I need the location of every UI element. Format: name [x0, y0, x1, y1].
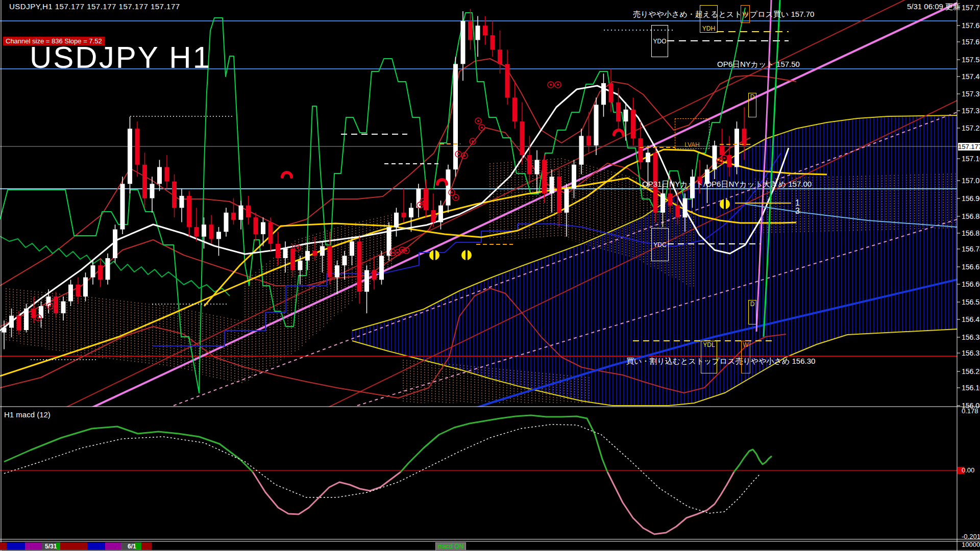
candle-body	[431, 210, 436, 222]
date-label: 6/1	[128, 543, 136, 550]
candle-body	[239, 206, 243, 220]
price-axis-label[interactable]: 157.535	[962, 56, 980, 64]
buy-signal-icon	[429, 249, 439, 261]
session-ribbon-segment	[141, 542, 152, 550]
chart-annotation-text[interactable]: 売りやや小さめ・超えるとストップロス買い 157.70	[633, 10, 814, 19]
series-macd-pink-2	[607, 472, 734, 534]
candle-body	[2, 328, 7, 332]
candle-body	[713, 145, 717, 169]
price-axis-label[interactable]: 156.600	[962, 280, 980, 288]
level-label-d[interactable]: D	[748, 93, 756, 117]
level-label-ydl[interactable]: YDL	[701, 341, 717, 373]
candle-body	[342, 256, 347, 265]
candle-body	[172, 182, 177, 208]
price-axis-label[interactable]: 156.310	[962, 349, 980, 357]
sell-signal-icon	[282, 172, 291, 177]
price-axis-label[interactable]: 156.235	[962, 367, 980, 375]
candle-body	[742, 129, 747, 145]
candle-body	[231, 213, 236, 220]
candle-body	[594, 105, 599, 145]
price-axis-label[interactable]: 156.525	[962, 298, 980, 306]
chart-watermark: USDJPY H1	[30, 40, 211, 75]
candle-body	[313, 251, 317, 256]
level-label-lvah[interactable]: LVAH	[675, 118, 709, 149]
session-ribbon-segment	[105, 542, 121, 550]
price-axis-label[interactable]: 156.815	[962, 229, 980, 237]
price-axis-label[interactable]: 157.465	[962, 72, 980, 81]
candle-body	[660, 193, 665, 213]
candle-body	[505, 64, 510, 97]
price-axis-label[interactable]: 157.395	[962, 90, 980, 98]
level-label-d[interactable]: D	[748, 300, 756, 324]
session-ribbon-segment	[25, 542, 42, 550]
candle-body	[476, 26, 480, 40]
entry-marker-icon	[475, 118, 481, 124]
price-axis-label[interactable]: 156.745	[962, 245, 980, 253]
series-envelope-top	[0, 59, 796, 286]
session-ribbon-segment	[0, 542, 7, 550]
macd-axis-label: 0.00	[962, 466, 974, 474]
level-label-w[interactable]: W	[741, 341, 750, 373]
price-axis-label[interactable]: 157.680	[962, 21, 980, 30]
candle-body	[616, 103, 621, 122]
candle-body	[527, 155, 532, 174]
series-macd-pink-1	[253, 472, 401, 514]
candle-body	[9, 316, 14, 328]
candle-body	[498, 49, 502, 64]
chart-canvas[interactable]	[0, 0, 980, 551]
price-axis-label[interactable]: 156.960	[962, 194, 980, 203]
entry-marker-icon	[453, 194, 459, 201]
macd-axis-label: 0.178	[962, 407, 978, 415]
level-label-ydc[interactable]: YDC	[651, 228, 669, 261]
chart-annotation-text[interactable]: 買い・割り込むとストップロス売りやや小さめ 156.30	[626, 357, 815, 366]
candle-body	[550, 177, 554, 193]
price-axis-label[interactable]: 156.455	[962, 315, 980, 323]
level-label-w[interactable]: W	[741, 5, 750, 23]
candle-body	[461, 21, 465, 64]
candle-body	[624, 110, 628, 121]
candle-body	[209, 224, 214, 239]
candle-body	[335, 265, 339, 277]
candle-body	[187, 196, 191, 227]
level-label-ydo[interactable]: YDO	[651, 25, 668, 57]
candle-body	[298, 261, 303, 270]
candle-body	[639, 138, 643, 162]
price-axis-label[interactable]: 156.165	[962, 384, 980, 392]
sell-signal-icon	[437, 180, 447, 184]
series-macd-green-1	[4, 427, 253, 472]
candle-body	[98, 265, 103, 280]
price-axis-label[interactable]: 157.320	[962, 107, 980, 115]
price-axis-label[interactable]: 156.885	[962, 212, 980, 220]
candle-body	[438, 206, 443, 222]
series-macd-green-2	[401, 415, 607, 472]
candle-body	[54, 296, 58, 313]
candle-body	[157, 167, 162, 184]
candle-body	[631, 110, 635, 138]
price-axis-label[interactable]: 157.610	[962, 38, 980, 46]
candle-body	[150, 184, 155, 198]
price-axis-label[interactable]: 157.250	[962, 124, 980, 132]
candle-body	[290, 248, 295, 270]
candle-body	[557, 177, 561, 212]
price-axis-label[interactable]: 157.030	[962, 177, 980, 185]
candle-body	[46, 296, 51, 306]
candle-body	[165, 167, 169, 181]
series-macd-signal	[4, 424, 761, 513]
series-magenta-steep-curve	[756, 0, 771, 332]
candle-body	[491, 35, 495, 49]
candle-body	[180, 196, 184, 208]
candle-body	[61, 302, 66, 313]
candle-body	[609, 83, 614, 103]
price-axis-label[interactable]: 157.105	[962, 155, 980, 163]
price-axis-label[interactable]: 156.670	[962, 263, 980, 271]
chart-annotation-text[interactable]: OP31日NYカット/OP6日NYカット大きめ 157.00	[642, 180, 812, 189]
candle-body	[668, 193, 673, 205]
price-axis-label[interactable]: 157.755	[962, 4, 980, 12]
macd-toggle-button[interactable]: macd ON	[435, 542, 466, 551]
candle-body	[601, 83, 606, 105]
candle-body	[276, 244, 280, 258]
level-label-ydh[interactable]: YDH	[700, 5, 718, 33]
price-axis-label[interactable]: 156.380	[962, 333, 980, 341]
candle-body	[91, 265, 95, 277]
chart-annotation-text[interactable]: OP6日NYカット 157.50	[717, 60, 800, 69]
